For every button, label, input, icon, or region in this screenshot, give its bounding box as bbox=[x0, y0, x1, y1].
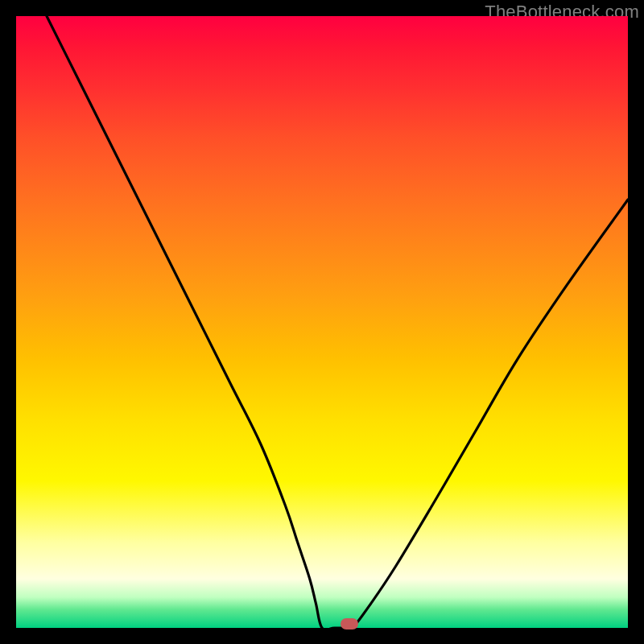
bottleneck-chart: TheBottleneck.com bbox=[0, 0, 644, 644]
bottleneck-curve-line bbox=[47, 16, 628, 628]
optimal-point-marker bbox=[341, 618, 358, 630]
plot-area bbox=[16, 16, 628, 628]
curve-svg bbox=[16, 16, 628, 628]
